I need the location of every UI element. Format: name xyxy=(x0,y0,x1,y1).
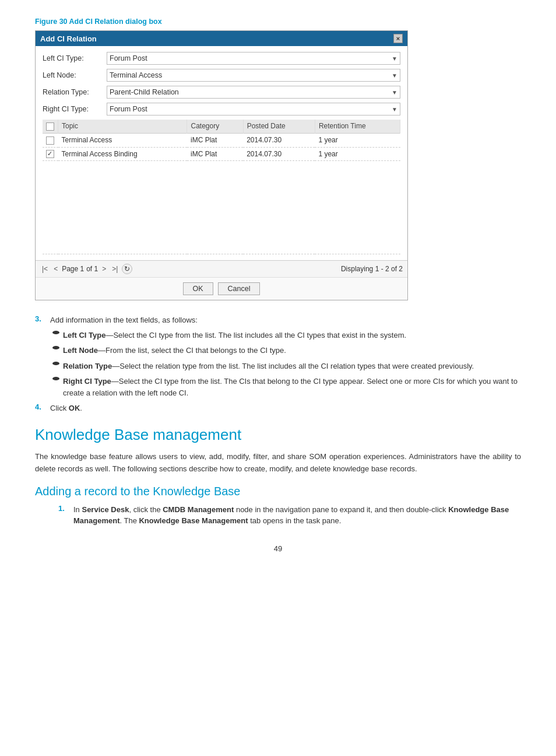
bullet-item-2: Left Node—From the list, select the CI t… xyxy=(52,345,521,356)
bullet-rest-3: Select the relation type from the list. … xyxy=(119,362,474,370)
col-checkbox[interactable] xyxy=(43,120,58,133)
table-row[interactable]: Terminal Access iMC Plat 2014.07.30 1 ye… xyxy=(43,133,400,147)
adding-step-1-number: 1. xyxy=(58,504,70,513)
bullet-bold-3: Relation Type xyxy=(63,362,112,370)
bullet-list: Left CI Type—Select the CI type from the… xyxy=(52,330,521,399)
bullet-sep-1: — xyxy=(105,331,113,340)
right-ci-type-value: Forum Post xyxy=(110,105,147,113)
right-ci-type-row: Right CI Type: Forum Post ▼ xyxy=(43,103,400,116)
next-page-button[interactable]: > xyxy=(100,264,108,274)
row2-retention: 1 year xyxy=(315,147,400,161)
step1-bold1: Service Desk xyxy=(82,505,129,514)
cancel-button[interactable]: Cancel xyxy=(218,282,261,295)
step-3-text: Add information in the text fields, as f… xyxy=(50,314,198,326)
table-row[interactable]: Terminal Access Binding iMC Plat 2014.07… xyxy=(43,147,400,161)
empty-rows xyxy=(43,161,400,254)
prev-page-button[interactable]: < xyxy=(52,264,59,274)
step1-mid1: , click the xyxy=(129,505,163,514)
left-node-row: Left Node: Terminal Access ▼ xyxy=(43,69,400,82)
dialog-close-button[interactable]: × xyxy=(393,34,403,43)
refresh-button[interactable]: ↻ xyxy=(122,264,132,274)
relation-type-row: Relation Type: Parent-Child Relation ▼ xyxy=(43,86,400,99)
page-label: Page 1 xyxy=(62,265,84,273)
row2-topic: Terminal Access Binding xyxy=(58,147,187,161)
adding-record-steps: 1. In Service Desk, click the CMDB Manag… xyxy=(58,504,521,527)
knowledge-base-para: The knowledge base feature allows users … xyxy=(35,451,521,475)
left-ci-type-select[interactable]: Forum Post ▼ xyxy=(107,52,400,65)
last-page-button[interactable]: >| xyxy=(110,264,119,274)
step-4-text: Click OK. xyxy=(50,402,82,414)
page-number: 49 xyxy=(35,544,521,553)
first-page-button[interactable]: |< xyxy=(40,264,50,274)
bullet-dot-2 xyxy=(52,346,59,349)
left-ci-type-label: Left CI Type: xyxy=(43,54,107,62)
relation-type-select[interactable]: Parent-Child Relation ▼ xyxy=(107,86,400,99)
step1-mid3: . The xyxy=(119,516,139,525)
bullet-text-1: Left CI Type—Select the CI type from the… xyxy=(63,330,406,341)
row1-category: iMC Plat xyxy=(187,133,243,147)
adding-step-1-item: 1. In Service Desk, click the CMDB Manag… xyxy=(58,504,521,527)
dialog-title: Add CI Relation xyxy=(40,34,97,43)
step1-mid2: node in the navigation pane to expand it… xyxy=(234,505,448,514)
bullet-item-1: Left CI Type—Select the CI type from the… xyxy=(52,330,521,341)
bullet-sep-3: — xyxy=(112,362,119,370)
step1-bold2: CMDB Management xyxy=(163,505,234,514)
dialog-body: Left CI Type: Forum Post ▼ Left Node: Te… xyxy=(36,46,407,260)
bullet-dot-1 xyxy=(52,331,59,334)
col-posted-date: Posted Date xyxy=(243,120,315,133)
relation-type-label: Relation Type: xyxy=(43,88,107,96)
header-checkbox[interactable] xyxy=(46,123,54,131)
bullet-item-3: Relation Type—Select the relation type f… xyxy=(52,360,521,372)
left-node-label: Left Node: xyxy=(43,71,107,79)
bullet-sep-2: — xyxy=(98,346,105,355)
step1-end: tab opens in the task pane. xyxy=(248,516,342,525)
step-4-number: 4. xyxy=(35,402,47,411)
step1-bold4: Knowledge Base Management xyxy=(139,516,248,525)
col-topic: Topic xyxy=(58,120,187,133)
of-label: of 1 xyxy=(86,265,98,273)
row2-checkbox[interactable] xyxy=(46,150,54,158)
row1-retention: 1 year xyxy=(315,133,400,147)
left-node-value: Terminal Access xyxy=(110,71,162,79)
adding-step-1-text: In Service Desk, click the CMDB Manageme… xyxy=(73,504,521,527)
bullet-rest-1: Select the CI type from the list. The li… xyxy=(113,331,406,340)
col-category: Category xyxy=(187,120,243,133)
row1-posted-date: 2014.07.30 xyxy=(243,133,315,147)
bullet-text-2: Left Node—From the list, select the CI t… xyxy=(63,345,286,356)
left-node-arrow: ▼ xyxy=(392,72,397,79)
step-4-bold: OK xyxy=(69,404,80,412)
figure-caption: Figure 30 Add CI Relation dialog box xyxy=(35,18,521,26)
dialog-footer: OK Cancel xyxy=(36,277,407,300)
row1-checkbox[interactable] xyxy=(46,136,54,145)
bullet-rest-2: From the list, select the CI that belong… xyxy=(105,346,286,355)
knowledge-base-heading: Knowledge Base management xyxy=(35,426,521,444)
step-4-post: . xyxy=(80,404,82,412)
bullet-text-4: Right CI Type—Select the CI type from th… xyxy=(63,376,521,398)
row1-checkbox-cell[interactable] xyxy=(43,133,58,147)
right-ci-type-arrow: ▼ xyxy=(392,106,397,113)
pagination-bar: |< < Page 1 of 1 > >| ↻ Displaying 1 - 2… xyxy=(36,260,407,277)
bullet-sep-4: — xyxy=(111,377,119,386)
bullet-bold-2: Left Node xyxy=(63,346,98,355)
left-node-select[interactable]: Terminal Access ▼ xyxy=(107,69,400,82)
col-retention: Retention Time xyxy=(315,120,400,133)
bullet-dot-3 xyxy=(52,362,59,365)
bullet-dot-4 xyxy=(52,377,59,380)
relation-type-value: Parent-Child Relation xyxy=(110,88,179,96)
bullet-bold-4: Right CI Type xyxy=(63,377,111,386)
bullet-rest-4: Select the CI type from the list. The CI… xyxy=(63,377,518,397)
pagination-controls: |< < Page 1 of 1 > >| ↻ xyxy=(40,264,132,274)
right-ci-type-label: Right CI Type: xyxy=(43,105,107,113)
right-ci-type-select[interactable]: Forum Post ▼ xyxy=(107,103,400,116)
bullet-item-4: Right CI Type—Select the CI type from th… xyxy=(52,376,521,398)
row2-checkbox-cell[interactable] xyxy=(43,147,58,161)
step-4-item: 4. Click OK. xyxy=(35,402,521,414)
row2-category: iMC Plat xyxy=(187,147,243,161)
row2-posted-date: 2014.07.30 xyxy=(243,147,315,161)
row1-topic: Terminal Access xyxy=(58,133,187,147)
ok-button[interactable]: OK xyxy=(183,282,213,295)
left-ci-type-arrow: ▼ xyxy=(392,55,397,62)
adding-record-heading: Adding a record to the Knowledge Base xyxy=(35,485,521,498)
step-3-number: 3. xyxy=(35,314,47,323)
step-4-pre: Click xyxy=(50,404,69,412)
